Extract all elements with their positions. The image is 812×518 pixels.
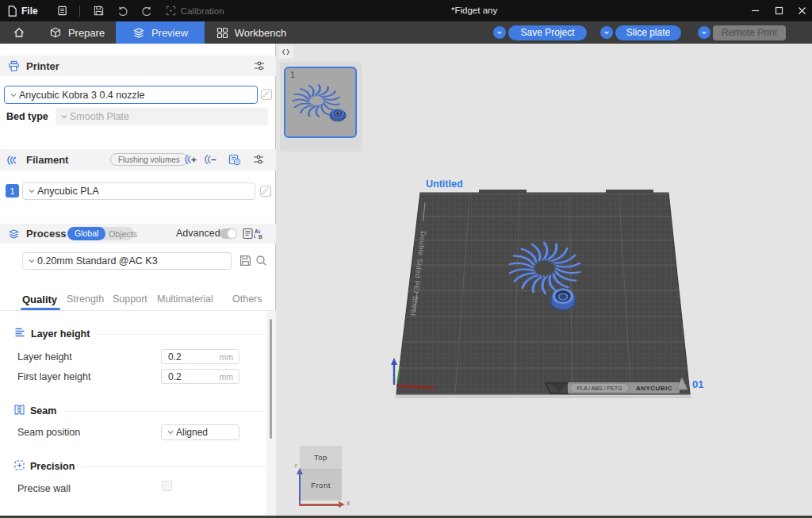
orientation-cube[interactable]: Top Front z x	[294, 443, 366, 516]
cube-top-label: Top	[314, 453, 327, 462]
precision-group-title: Precision	[30, 461, 75, 472]
seam-position-value: Aligned	[176, 427, 208, 438]
title-bar: File Calibration *Fidget any	[0, 0, 812, 21]
remote-print-dropdown[interactable]	[698, 26, 710, 39]
advanced-toggle[interactable]	[220, 228, 237, 239]
layer-height-group-title: Layer height	[31, 328, 90, 340]
seam-group-header: Seam	[0, 405, 276, 417]
app-window: File Calibration *Fidget any	[0, 0, 812, 518]
tab-workbench[interactable]: Workbench	[205, 21, 298, 44]
first-layer-height-value: 0.2	[168, 371, 220, 382]
plate-brand-label: ANYCUBIC	[636, 385, 672, 392]
save-preset-icon[interactable]	[239, 255, 251, 270]
process-scope-toggle[interactable]: Global Objects	[67, 227, 134, 240]
layer-height-input[interactable]: 0.2 mm	[161, 349, 239, 364]
process-section-title: Process	[26, 228, 67, 240]
bed-type-label: Bed type	[6, 111, 48, 122]
nav-bar: Prepare Preview Workbench Save Project S…	[0, 21, 812, 44]
preview-icon	[132, 26, 145, 39]
precision-group-header: Precision	[0, 460, 276, 473]
process-preset-value: 0.20mm Standard @AC K3	[37, 255, 158, 267]
tab-prepare[interactable]: Prepare	[38, 21, 116, 44]
seam-position-label: Seam position	[17, 427, 80, 438]
close-button[interactable]	[792, 0, 811, 21]
tabs-divider	[0, 310, 276, 311]
axis-x-arrow	[299, 504, 339, 506]
printer-select-value: Anycubic Kobra 3 0.4 nozzle	[19, 90, 144, 101]
tab-prepare-label: Prepare	[68, 27, 105, 39]
bed-type-value: Smooth Plate	[70, 111, 129, 122]
chevron-down-icon	[28, 257, 36, 265]
tab-multimaterial[interactable]: Multimaterial	[157, 294, 213, 305]
plate-shadow	[394, 394, 692, 398]
remote-print-button[interactable]: Remote Print	[713, 25, 786, 40]
tab-workbench-label: Workbench	[235, 27, 287, 39]
layer-height-unit: mm	[220, 352, 234, 362]
scope-global[interactable]: Global	[67, 227, 105, 240]
calibration-button[interactable]: Calibration	[166, 6, 224, 16]
sync-filament-icon[interactable]	[228, 153, 241, 169]
active-tab-underline	[21, 308, 60, 310]
filament-section-header: Filament Flushing volumes	[0, 149, 276, 171]
tab-preview-label: Preview	[151, 27, 188, 39]
search-preset-icon[interactable]	[255, 255, 267, 270]
tab-support[interactable]: Support	[113, 294, 147, 305]
scope-objects[interactable]: Objects	[105, 229, 143, 239]
printer-section-title: Printer	[26, 60, 59, 72]
advanced-label: Advanced	[176, 228, 220, 239]
undo-icon[interactable]	[117, 6, 128, 16]
settings-panel: Printer Anycubic Kobra 3 0.4 nozzle Bed …	[0, 44, 276, 516]
window-title: *Fidget any	[451, 6, 497, 15]
compare-presets-icon[interactable]: AB	[243, 228, 263, 243]
printer-settings-icon[interactable]	[254, 60, 265, 75]
add-filament-icon[interactable]	[185, 154, 197, 168]
minimize-button[interactable]	[745, 0, 764, 21]
process-icon	[8, 228, 20, 243]
edit-printer-icon[interactable]	[260, 88, 273, 104]
cube-face-top[interactable]: Top	[300, 446, 342, 470]
tab-others[interactable]: Others	[232, 294, 262, 305]
plate-number-label: 01	[692, 378, 703, 390]
filament-settings-icon[interactable]	[253, 154, 264, 168]
panel-scrollbar[interactable]	[270, 319, 272, 439]
calibration-icon	[166, 6, 176, 16]
tab-preview[interactable]: Preview	[116, 21, 205, 44]
viewport-3d[interactable]: 1 Untitled	[277, 44, 812, 516]
save-icon[interactable]	[94, 6, 104, 16]
notes-icon[interactable]	[57, 6, 67, 16]
cube-face-front[interactable]: Front	[300, 470, 342, 501]
seam-position-select[interactable]: Aligned	[161, 424, 239, 440]
save-project-button[interactable]: Save Project	[508, 25, 587, 40]
slice-plate-button[interactable]: Slice plate	[615, 25, 681, 40]
axis-x-label: x	[347, 499, 350, 507]
seam-group-icon	[14, 404, 25, 418]
tab-strength[interactable]: Strength	[67, 294, 104, 305]
titlebar-separator	[79, 6, 80, 17]
file-menu[interactable]: File	[7, 6, 38, 17]
first-layer-height-input[interactable]: 0.2 mm	[161, 369, 239, 384]
file-icon	[7, 6, 17, 17]
tab-quality[interactable]: Quality	[22, 294, 57, 305]
prepare-icon	[49, 26, 62, 39]
filament-slot-badge[interactable]: 1	[6, 184, 19, 198]
remove-filament-icon[interactable]	[205, 154, 216, 168]
edit-filament-icon[interactable]	[259, 185, 272, 201]
precise-wall-label: Precise wall	[17, 483, 71, 494]
bed-type-select[interactable]: Smooth Plate	[56, 108, 268, 125]
filament-select[interactable]: Anycubic PLA	[22, 182, 255, 200]
precision-group-icon	[14, 459, 25, 474]
flushing-volumes-button[interactable]: Flushing volumes	[110, 153, 188, 166]
printer-icon	[8, 60, 20, 75]
svg-text:A: A	[255, 228, 259, 234]
save-project-dropdown[interactable]	[493, 26, 506, 39]
redo-icon[interactable]	[141, 6, 152, 16]
precise-wall-checkbox[interactable]	[162, 481, 172, 491]
home-tab[interactable]	[0, 21, 38, 44]
chevron-down-icon	[28, 187, 36, 195]
filament-select-value: Anycubic PLA	[37, 186, 99, 197]
process-preset-select[interactable]: 0.20mm Standard @AC K3	[22, 252, 232, 270]
printer-select[interactable]: Anycubic Kobra 3 0.4 nozzle	[4, 86, 258, 104]
chevron-down-icon	[167, 428, 174, 436]
maximize-button[interactable]	[769, 0, 788, 21]
slice-plate-dropdown[interactable]	[600, 26, 613, 39]
